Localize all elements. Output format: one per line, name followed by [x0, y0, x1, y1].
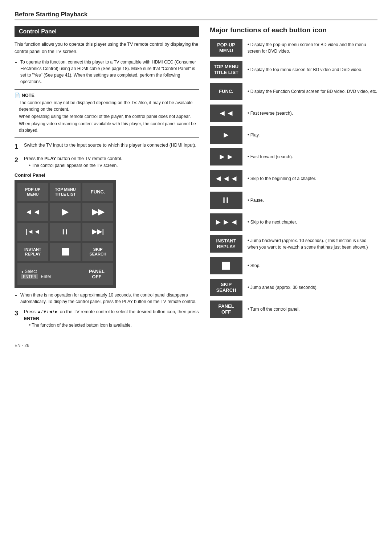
func-btn-6[interactable]: ◄◄◄ [210, 170, 242, 187]
func-row-0: POP-UPMENU Display the pop-up menu scree… [210, 39, 377, 57]
enter-badge: ENTER [21, 274, 38, 279]
func-row-9: INSTANTREPLAY Jump backward (approx. 10 … [210, 235, 377, 253]
func-desc-8: Skip to the next chapter. [248, 219, 297, 225]
cp-pause[interactable]: II [50, 223, 81, 241]
func-row-10: Stop. [210, 257, 377, 274]
cp-skip-back[interactable]: |◄◄ [17, 223, 48, 241]
func-desc-1: Display the top menu screen for BD video… [248, 66, 362, 73]
func-btn-1[interactable]: TOP MENUTITLE LIST [210, 61, 242, 78]
func-row-5: ►► Fast forward (search). [210, 148, 377, 165]
cp-top-menu[interactable]: TOP MENUTITLE LIST [50, 183, 81, 201]
intro-bullets: To operate this function, connect this p… [15, 59, 199, 85]
cp-func[interactable]: FUNC. [82, 183, 113, 201]
func-btn-8[interactable]: ►►◄ [210, 213, 242, 231]
func-desc-10: Stop. [248, 262, 261, 269]
func-btn-11[interactable]: SKIPSEARCH [210, 279, 242, 296]
func-btn-9[interactable]: INSTANTREPLAY [210, 235, 242, 253]
note-icon: 📄 [15, 93, 20, 98]
cp-select-label: ⬥ Select [21, 269, 51, 274]
control-panel-section-title: Control Panel [15, 26, 199, 37]
cp-rewind[interactable]: ◄◄ [17, 203, 48, 221]
cp-enter-label: ENTER Enter [21, 274, 51, 279]
func-desc-12: Turn off the control panel. [248, 306, 299, 312]
func-desc-0: Display the pop-up menu screen for BD vi… [248, 41, 377, 54]
func-btn-12[interactable]: PANELOFF [210, 301, 242, 318]
intro-bullet-1: To operate this function, connect this p… [20, 59, 199, 85]
func-desc-2: Display the Function Control screen for … [248, 88, 377, 95]
func-row-7: II Pause. [210, 192, 377, 209]
func-btn-0[interactable]: POP-UPMENU [210, 39, 242, 57]
func-desc-3: Fast reverse (search). [248, 110, 293, 116]
cp-popup-menu[interactable]: POP-UPMENU [17, 183, 48, 201]
func-row-4: ► Play. [210, 126, 377, 144]
step-3-text: Press ▲/▼/◄/► on the TV remote control t… [24, 308, 199, 329]
page-footer: EN - 26 [15, 343, 377, 348]
right-column: Major functions of each button icon POP-… [210, 26, 377, 332]
stop-square [222, 262, 230, 270]
func-desc-7: Pause. [248, 197, 264, 204]
func-desc-11: Jump ahead (approx. 30 seconds). [248, 284, 318, 291]
cp-skip-fwd[interactable]: ▶▶| [82, 223, 113, 241]
step-3-sub: The function of the selected button icon… [29, 322, 199, 328]
cp-select-enter: ⬥ Select ENTER Enter [21, 269, 51, 279]
cp-instant-replay[interactable]: INSTANTREPLAY [17, 243, 48, 261]
func-row-8: ►►◄ Skip to the next chapter. [210, 213, 377, 231]
note-box: 📄 NOTE The control panel may not be disp… [15, 89, 199, 138]
step-2: 2 Press the PLAY button on the TV remote… [15, 155, 199, 169]
func-btn-4[interactable]: ► [210, 126, 242, 144]
functions-list: POP-UPMENU Display the pop-up menu scree… [210, 39, 377, 318]
note-item-1: The control panel may not be displayed d… [19, 99, 199, 113]
step-2-text: Press the PLAY button on the TV remote c… [24, 155, 199, 169]
func-btn-stop[interactable] [210, 257, 242, 274]
func-desc-5: Fast forward (search). [248, 154, 293, 160]
cp-bottom: ⬥ Select ENTER Enter PANELOFF [17, 263, 113, 285]
func-btn-7[interactable]: II [210, 192, 242, 209]
note-title: 📄 NOTE [15, 93, 199, 98]
note-item-3: When playing video streaming content ava… [19, 120, 199, 134]
step-1: 1 Switch the TV input to the input sourc… [15, 142, 199, 152]
func-row-6: ◄◄◄ Skip to the beginning of a chapter. [210, 170, 377, 187]
step-3: 3 Press ▲/▼/◄/► on the TV remote control… [15, 308, 199, 329]
func-row-1: TOP MENUTITLE LIST Display the top menu … [210, 61, 377, 78]
cp-skip-search[interactable]: SKIPSEARCH [82, 243, 113, 261]
after-bullet-1: When there is no operation for approxima… [20, 292, 199, 305]
cp-play[interactable]: ▶ [50, 203, 81, 221]
func-desc-4: Play. [248, 132, 260, 138]
cp-panel-off[interactable]: PANELOFF [84, 265, 110, 283]
intro-text: This function allows you to operate this… [15, 41, 199, 55]
func-row-3: ◄◄ Fast reverse (search). [210, 105, 377, 122]
func-btn-5[interactable]: ►► [210, 148, 242, 165]
func-row-12: PANELOFF Turn off the control panel. [210, 301, 377, 318]
func-desc-6: Skip to the beginning of a chapter. [248, 175, 316, 182]
step-1-text: Switch the TV input to the input source … [24, 142, 199, 152]
func-row-2: FUNC. Display the Function Control scree… [210, 83, 377, 100]
after-bullets: When there is no operation for approxima… [15, 292, 199, 305]
control-panel-label: Control Panel [15, 172, 199, 178]
section-header-title: Before Starting Playback [15, 11, 377, 20]
func-desc-9: Jump backward (approx. 10 seconds). (Thi… [248, 237, 377, 250]
step-2-sub: The control panel appears on the TV scre… [29, 162, 199, 169]
right-section-title: Major functions of each button icon [210, 26, 377, 34]
func-row-11: SKIPSEARCH Jump ahead (approx. 30 second… [210, 279, 377, 296]
control-panel-grid: POP-UPMENU TOP MENUTITLE LIST FUNC. ◄◄ ▶… [15, 180, 116, 288]
cp-stop[interactable] [50, 243, 81, 261]
page-header: Before Starting Playback [15, 11, 377, 20]
func-btn-3[interactable]: ◄◄ [210, 105, 242, 122]
left-column: Control Panel This function allows you t… [15, 26, 199, 332]
note-item-2: When operating using the remote control … [19, 113, 199, 120]
func-btn-2[interactable]: FUNC. [210, 83, 242, 100]
cp-ff[interactable]: ▶▶ [82, 203, 113, 221]
page-number: EN - 26 [15, 343, 29, 348]
